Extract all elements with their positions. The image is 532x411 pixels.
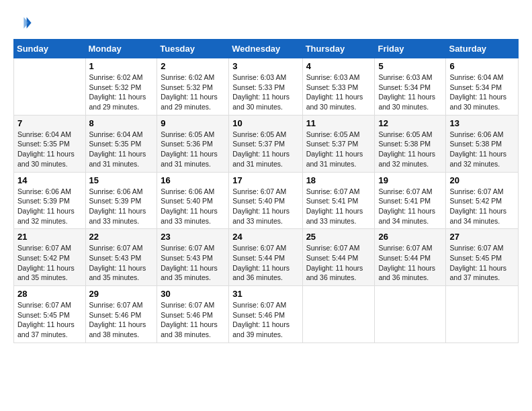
calendar-cell: 12Sunrise: 6:05 AMSunset: 5:38 PMDayligh… [375,115,446,172]
day-info: Sunrise: 6:04 AMSunset: 5:34 PMDaylight:… [449,73,515,112]
day-number: 1 [89,61,154,71]
day-number: 9 [161,118,225,128]
calendar-cell: 3Sunrise: 6:03 AMSunset: 5:33 PMDaylight… [229,58,302,116]
day-number: 26 [378,232,442,242]
day-info: Sunrise: 6:07 AMSunset: 5:42 PMDaylight:… [449,187,515,226]
day-info: Sunrise: 6:07 AMSunset: 5:45 PMDaylight:… [17,300,82,340]
day-info: Sunrise: 6:07 AMSunset: 5:46 PMDaylight:… [161,300,225,340]
day-number: 22 [89,232,154,242]
calendar-cell: 9Sunrise: 6:05 AMSunset: 5:36 PMDaylight… [157,115,229,172]
day-info: Sunrise: 6:07 AMSunset: 5:44 PMDaylight:… [232,243,298,283]
day-number: 8 [89,118,154,128]
calendar-week-row: 14Sunrise: 6:06 AMSunset: 5:39 PMDayligh… [14,172,519,229]
day-info: Sunrise: 6:05 AMSunset: 5:38 PMDaylight:… [378,130,442,169]
day-info: Sunrise: 6:07 AMSunset: 5:43 PMDaylight:… [89,243,154,283]
day-number: 30 [161,289,225,299]
calendar-cell: 30Sunrise: 6:07 AMSunset: 5:46 PMDayligh… [157,286,229,343]
calendar-cell: 18Sunrise: 6:07 AMSunset: 5:41 PMDayligh… [302,172,375,229]
day-number: 25 [306,232,371,242]
calendar-header-row: SundayMondayTuesdayWednesdayThursdayFrid… [14,40,519,58]
calendar-cell: 16Sunrise: 6:06 AMSunset: 5:40 PMDayligh… [157,172,229,229]
calendar-cell: 25Sunrise: 6:07 AMSunset: 5:44 PMDayligh… [302,229,375,286]
day-info: Sunrise: 6:07 AMSunset: 5:42 PMDaylight:… [17,243,82,283]
day-info: Sunrise: 6:07 AMSunset: 5:44 PMDaylight:… [306,243,371,283]
day-number: 4 [306,61,371,71]
day-number: 29 [89,289,154,299]
calendar-cell: 20Sunrise: 6:07 AMSunset: 5:42 PMDayligh… [446,172,519,229]
calendar-cell: 7Sunrise: 6:04 AMSunset: 5:35 PMDaylight… [14,115,86,172]
day-header-saturday: Saturday [446,40,519,58]
day-info: Sunrise: 6:03 AMSunset: 5:33 PMDaylight:… [232,73,298,112]
day-info: Sunrise: 6:06 AMSunset: 5:38 PMDaylight:… [449,130,515,169]
calendar-cell: 15Sunrise: 6:06 AMSunset: 5:39 PMDayligh… [85,172,157,229]
calendar-cell [302,286,375,343]
day-header-thursday: Thursday [302,40,375,58]
calendar-cell [14,58,86,116]
day-number: 27 [449,232,515,242]
calendar-cell: 4Sunrise: 6:03 AMSunset: 5:33 PMDaylight… [302,58,375,116]
day-number: 15 [89,175,154,185]
day-info: Sunrise: 6:07 AMSunset: 5:43 PMDaylight:… [161,243,225,283]
calendar-week-row: 1Sunrise: 6:02 AMSunset: 5:32 PMDaylight… [14,58,519,116]
day-number: 31 [232,289,298,299]
day-number: 18 [306,175,371,185]
day-info: Sunrise: 6:03 AMSunset: 5:34 PMDaylight:… [378,73,442,112]
day-info: Sunrise: 6:05 AMSunset: 5:37 PMDaylight:… [232,130,298,169]
day-number: 3 [232,61,298,71]
day-info: Sunrise: 6:07 AMSunset: 5:40 PMDaylight:… [232,187,298,226]
day-info: Sunrise: 6:05 AMSunset: 5:36 PMDaylight:… [161,130,225,169]
logo-icon [13,13,32,32]
day-info: Sunrise: 6:07 AMSunset: 5:46 PMDaylight:… [89,300,154,340]
day-info: Sunrise: 6:06 AMSunset: 5:39 PMDaylight:… [89,187,154,226]
calendar-cell: 22Sunrise: 6:07 AMSunset: 5:43 PMDayligh… [85,229,157,286]
day-info: Sunrise: 6:07 AMSunset: 5:41 PMDaylight:… [306,187,371,226]
day-info: Sunrise: 6:05 AMSunset: 5:37 PMDaylight:… [306,130,371,169]
calendar-cell: 6Sunrise: 6:04 AMSunset: 5:34 PMDaylight… [446,58,519,116]
calendar-cell: 14Sunrise: 6:06 AMSunset: 5:39 PMDayligh… [14,172,86,229]
calendar-cell: 26Sunrise: 6:07 AMSunset: 5:44 PMDayligh… [375,229,446,286]
page-header [13,13,519,32]
day-number: 28 [17,289,82,299]
calendar-cell: 21Sunrise: 6:07 AMSunset: 5:42 PMDayligh… [14,229,86,286]
day-number: 6 [449,61,515,71]
day-number: 17 [232,175,298,185]
calendar-cell: 29Sunrise: 6:07 AMSunset: 5:46 PMDayligh… [85,286,157,343]
day-header-friday: Friday [375,40,446,58]
day-header-wednesday: Wednesday [229,40,302,58]
day-info: Sunrise: 6:04 AMSunset: 5:35 PMDaylight:… [17,130,82,169]
calendar-cell: 23Sunrise: 6:07 AMSunset: 5:43 PMDayligh… [157,229,229,286]
day-number: 12 [378,118,442,128]
calendar-week-row: 21Sunrise: 6:07 AMSunset: 5:42 PMDayligh… [14,229,519,286]
day-number: 24 [232,232,298,242]
calendar-cell: 11Sunrise: 6:05 AMSunset: 5:37 PMDayligh… [302,115,375,172]
day-info: Sunrise: 6:06 AMSunset: 5:39 PMDaylight:… [17,187,82,226]
day-number: 16 [161,175,225,185]
day-info: Sunrise: 6:07 AMSunset: 5:45 PMDaylight:… [449,243,515,283]
calendar-cell: 1Sunrise: 6:02 AMSunset: 5:32 PMDaylight… [85,58,157,116]
day-info: Sunrise: 6:07 AMSunset: 5:44 PMDaylight:… [378,243,442,283]
day-header-tuesday: Tuesday [157,40,229,58]
calendar-cell: 28Sunrise: 6:07 AMSunset: 5:45 PMDayligh… [14,286,86,343]
calendar-cell: 2Sunrise: 6:02 AMSunset: 5:32 PMDaylight… [157,58,229,116]
day-number: 21 [17,232,82,242]
day-number: 11 [306,118,371,128]
calendar-cell: 31Sunrise: 6:07 AMSunset: 5:46 PMDayligh… [229,286,302,343]
calendar-cell: 10Sunrise: 6:05 AMSunset: 5:37 PMDayligh… [229,115,302,172]
day-number: 23 [161,232,225,242]
day-info: Sunrise: 6:02 AMSunset: 5:32 PMDaylight:… [161,73,225,112]
day-number: 10 [232,118,298,128]
day-info: Sunrise: 6:07 AMSunset: 5:41 PMDaylight:… [378,187,442,226]
calendar-cell: 24Sunrise: 6:07 AMSunset: 5:44 PMDayligh… [229,229,302,286]
calendar-cell: 5Sunrise: 6:03 AMSunset: 5:34 PMDaylight… [375,58,446,116]
calendar-cell [375,286,446,343]
calendar-cell: 19Sunrise: 6:07 AMSunset: 5:41 PMDayligh… [375,172,446,229]
day-info: Sunrise: 6:07 AMSunset: 5:46 PMDaylight:… [232,300,298,340]
day-header-monday: Monday [85,40,157,58]
day-number: 14 [17,175,82,185]
day-header-sunday: Sunday [14,40,86,58]
day-number: 13 [449,118,515,128]
day-info: Sunrise: 6:03 AMSunset: 5:33 PMDaylight:… [306,73,371,112]
logo [13,13,35,32]
day-number: 20 [449,175,515,185]
day-info: Sunrise: 6:02 AMSunset: 5:32 PMDaylight:… [89,73,154,112]
